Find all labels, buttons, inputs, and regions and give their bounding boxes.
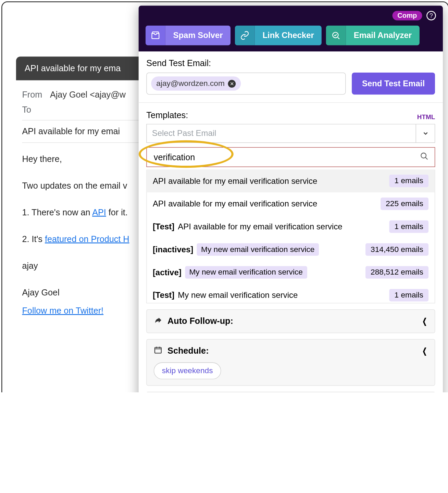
email-analyzer-button[interactable]: Email Analyzer xyxy=(326,26,420,46)
analyze-icon xyxy=(326,26,346,46)
email-count-badge: 1 emails xyxy=(389,289,429,302)
send-test-email-button[interactable]: Send Test Email xyxy=(352,73,435,94)
select-past-email-dropdown[interactable]: Select Past Email xyxy=(146,124,435,143)
twitter-link[interactable]: Follow me on Twitter! xyxy=(22,306,103,316)
link-icon xyxy=(235,26,255,46)
template-result-row[interactable]: [inactives]My new email verification ser… xyxy=(147,238,435,261)
chevron-left-icon: ❮ xyxy=(422,316,427,326)
from-label: From xyxy=(22,90,42,100)
skip-weekends-button[interactable]: skip weekends xyxy=(154,363,221,379)
templates-label: Templates: xyxy=(146,111,188,121)
svg-rect-2 xyxy=(155,347,161,353)
calendar-icon xyxy=(154,345,162,356)
template-result-row[interactable]: [Test] My new email verification service… xyxy=(147,284,435,303)
comp-badge[interactable]: Comp xyxy=(392,11,422,21)
search-icon xyxy=(420,152,428,162)
email-count-badge: 314,450 emails xyxy=(365,243,428,256)
spam-solver-button[interactable]: Spam Solver xyxy=(146,26,231,46)
auto-followup-section[interactable]: Auto Follow-up: ❮ xyxy=(146,309,435,333)
email-count-badge: 225 emails xyxy=(381,198,428,210)
template-result-row[interactable]: [active]My new email verification servic… xyxy=(147,261,435,284)
gmass-panel: Comp ? Spam Solver Link Checker xyxy=(139,6,443,392)
email-count-badge: 1 emails xyxy=(389,175,429,188)
template-result-row[interactable]: API available for my email verification … xyxy=(147,169,435,192)
help-icon[interactable]: ? xyxy=(426,11,436,21)
inbox-icon xyxy=(146,26,165,46)
html-link[interactable]: HTML xyxy=(417,113,435,120)
forward-icon xyxy=(154,316,162,327)
template-search-input[interactable] xyxy=(153,152,416,163)
svg-point-1 xyxy=(421,153,426,158)
send-test-label: Send Test Email: xyxy=(146,58,435,68)
from-value: Ajay Goel <ajay@w xyxy=(50,90,126,100)
template-search-box[interactable] xyxy=(146,147,435,167)
template-result-row[interactable]: API available for my email verification … xyxy=(147,192,435,215)
panel-header: Comp ? Spam Solver Link Checker xyxy=(139,6,443,52)
chevron-down-icon[interactable] xyxy=(416,124,435,142)
template-result-row[interactable]: [Test] API available for my email verifi… xyxy=(147,215,435,238)
select-placeholder: Select Past Email xyxy=(147,124,416,142)
email-count-badge: 1 emails xyxy=(389,220,429,233)
product-hunt-link[interactable]: featured on Product H xyxy=(45,234,129,244)
remove-chip-icon[interactable]: ✕ xyxy=(228,80,236,88)
link-checker-button[interactable]: Link Checker xyxy=(235,26,322,46)
advanced-section[interactable]: Advanced: ❮ xyxy=(146,392,435,392)
template-results-list[interactable]: API available for my email verification … xyxy=(146,169,435,303)
test-email-input[interactable]: ajay@wordzen.com ✕ xyxy=(146,73,346,94)
schedule-section[interactable]: Schedule: ❮ skip weekends xyxy=(146,339,435,386)
chevron-left-icon: ❮ xyxy=(422,346,427,356)
api-link[interactable]: API xyxy=(92,207,106,217)
email-chip: ajay@wordzen.com ✕ xyxy=(151,76,241,91)
email-count-badge: 288,512 emails xyxy=(365,266,428,279)
app-frame: API available for my ema From Ajay Goel … xyxy=(1,1,448,392)
